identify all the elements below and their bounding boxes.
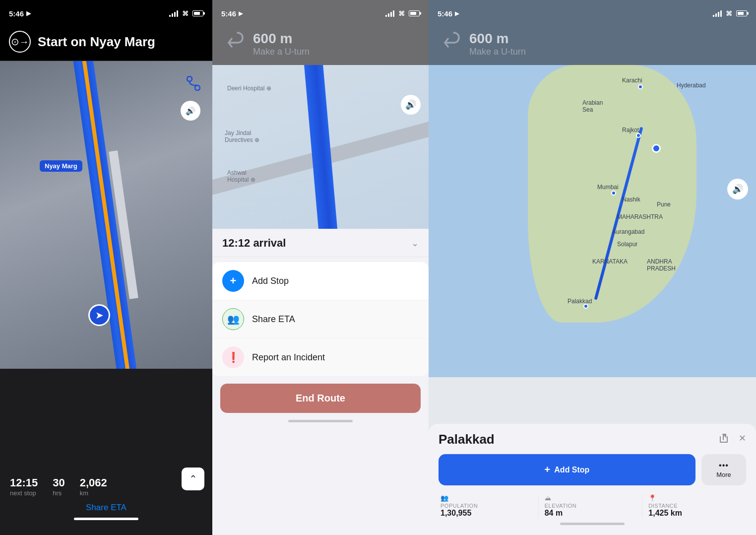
time-panel2: 5:46 bbox=[221, 9, 236, 18]
population-label: POPULATION bbox=[441, 503, 536, 509]
label-arabian-sea: ArabianSea bbox=[582, 99, 603, 113]
more-label: More bbox=[716, 471, 731, 478]
elevation-label: ELEVATION bbox=[545, 503, 640, 509]
chevron-up-icon: ⌃ bbox=[189, 473, 197, 485]
report-incident-menu-item[interactable]: ❗ Report an Incident bbox=[212, 338, 429, 377]
elevation-value: 84 m bbox=[545, 509, 640, 518]
nav-distance-panel2: 600 m bbox=[253, 31, 310, 47]
route-options-icon[interactable] bbox=[187, 76, 200, 94]
uturn-icon-p3 bbox=[438, 31, 462, 57]
city-label-rajkot: Rajkot bbox=[622, 127, 639, 134]
current-location-icon: ➤ bbox=[88, 304, 110, 326]
eta-value: 12:15 bbox=[10, 476, 38, 489]
speaker-icon: 🔊 bbox=[186, 106, 195, 116]
distance-stat: 📍 DISTANCE 1,425 km bbox=[642, 494, 746, 518]
population-icon: 👥 bbox=[441, 494, 536, 502]
eta-stat: 12:15 next stop bbox=[10, 476, 38, 497]
duration-label: hrs bbox=[53, 489, 64, 497]
distance-label: km bbox=[80, 489, 107, 497]
city-name: Palakkad bbox=[439, 432, 495, 447]
alert-icon: ❗ bbox=[227, 351, 240, 363]
nav-text-panel2: 600 m Make a U-turn bbox=[253, 31, 310, 57]
city-label-palakkad-map: Palakkad bbox=[567, 298, 592, 305]
map-poi-1: Deeri Hospital ⊕ bbox=[227, 85, 271, 92]
location-stats: 👥 POPULATION 1,30,955 ⛰ ELEVATION 84 m 📍… bbox=[439, 494, 746, 518]
wifi-icon-p2: ⌘ bbox=[398, 10, 405, 17]
status-bar-panel3: 5:46 ▶ ⌘ bbox=[429, 0, 756, 25]
battery-icon bbox=[192, 10, 203, 16]
city-label-mumbai: Mumbai bbox=[597, 184, 619, 191]
add-stop-label: Add Stop bbox=[252, 276, 289, 286]
status-bar-panel2: 5:46 ▶ ⌘ bbox=[212, 0, 429, 25]
home-indicator-panel3 bbox=[560, 523, 625, 525]
nav-distance-panel3: 600 m bbox=[469, 31, 526, 47]
plus-icon-p3: + bbox=[545, 464, 551, 475]
route-stats: 12:15 next stop 30 hrs 2,062 km bbox=[10, 476, 202, 497]
city-label-nashik: Nashik bbox=[622, 196, 640, 203]
map-poi-2: Jay JindalDurectives ⊕ bbox=[225, 130, 259, 143]
nav-header-panel3: 600 m Make a U-turn bbox=[429, 25, 756, 65]
report-incident-icon-wrap: ❗ bbox=[222, 346, 244, 368]
close-button[interactable]: ✕ bbox=[739, 433, 746, 447]
map-poi-3: AshwalHospital ⊕ bbox=[227, 169, 255, 183]
nav-header-panel1: ⊙→ Start on Nyay Marg bbox=[0, 25, 212, 61]
signal-icon bbox=[169, 10, 178, 17]
action-sheet: 12:12 arrival ⌄ + Add Stop 👥 Share ETA ❗… bbox=[212, 229, 429, 422]
home-indicator-panel2 bbox=[288, 420, 353, 422]
home-indicator-panel1 bbox=[74, 518, 138, 520]
report-incident-label: Report an Incident bbox=[252, 352, 325, 363]
label-andhra: ANDHRAPRADESH bbox=[647, 258, 676, 272]
action-buttons-row: + Add Stop ••• More bbox=[439, 454, 746, 485]
map-panel1[interactable]: Nyay Marg ➤ 🔊 bbox=[0, 61, 212, 369]
share-eta-link-panel1[interactable]: Share ETA bbox=[10, 503, 202, 513]
label-karnataka: KARNATAKA bbox=[592, 258, 628, 265]
population-value: 1,30,955 bbox=[441, 509, 536, 518]
population-stat: 👥 POPULATION 1,30,955 bbox=[439, 494, 538, 518]
wifi-icon: ⌘ bbox=[182, 10, 189, 17]
expand-button[interactable]: ⌃ bbox=[182, 468, 204, 490]
location-card: Palakkad ✕ + Add Stop ••• bbox=[429, 424, 756, 535]
map-panel2[interactable]: Deeri Hospital ⊕ Jay JindalDurectives ⊕ … bbox=[212, 65, 429, 229]
city-dot-rajkot bbox=[636, 133, 641, 138]
city-label-pune: Pune bbox=[657, 201, 671, 208]
battery-icon-p2 bbox=[409, 10, 420, 16]
add-stop-menu-item[interactable]: + Add Stop bbox=[212, 262, 429, 300]
eta-label: next stop bbox=[10, 489, 38, 497]
elevation-stat: ⛰ ELEVATION 84 m bbox=[538, 494, 642, 518]
nav-instruction-panel2: Make a U-turn bbox=[253, 47, 310, 57]
nav-bottom-bar: 12:15 next stop 30 hrs 2,062 km Share ET… bbox=[0, 468, 212, 535]
nav-text-panel3: 600 m Make a U-turn bbox=[469, 31, 526, 57]
status-bar-panel1: 5:46 ▶ ⌘ bbox=[0, 0, 212, 25]
label-maharashtra: MAHARASHTRA bbox=[617, 213, 663, 220]
distance-value: 2,062 bbox=[80, 476, 107, 489]
distance-icon: 📍 bbox=[648, 494, 744, 502]
arrival-time: 12:12 arrival bbox=[222, 237, 286, 250]
current-position-dot bbox=[652, 144, 661, 153]
distance-label-p3: DISTANCE bbox=[648, 503, 744, 509]
city-dot-palakkad bbox=[583, 304, 588, 309]
share-button[interactable] bbox=[718, 433, 729, 447]
share-eta-menu-item[interactable]: 👥 Share ETA bbox=[212, 300, 429, 338]
add-stop-label-p3: Add Stop bbox=[554, 466, 589, 474]
end-route-button[interactable]: End Route bbox=[220, 384, 421, 413]
duration-stat: 30 hrs bbox=[53, 476, 64, 497]
signal-icon-p2 bbox=[385, 10, 394, 17]
elevation-icon: ⛰ bbox=[545, 494, 640, 502]
more-button[interactable]: ••• More bbox=[701, 454, 746, 485]
direction-icon: ⊙→ bbox=[9, 31, 31, 53]
svg-point-1 bbox=[195, 85, 200, 90]
audio-button-p3[interactable]: 🔊 bbox=[727, 179, 748, 200]
nav-instruction-panel1: Start on Nyay Marg bbox=[38, 34, 155, 50]
wifi-icon-p3: ⌘ bbox=[726, 10, 732, 17]
duration-value: 30 bbox=[53, 476, 64, 489]
panel-menu: 5:46 ▶ ⌘ 600 m Make a U-turn bbox=[212, 0, 429, 535]
add-stop-button[interactable]: + Add Stop bbox=[439, 454, 695, 485]
audio-button-p2[interactable]: 🔊 bbox=[401, 95, 421, 115]
distance-stat: 2,062 km bbox=[80, 476, 107, 497]
road-label: Nyay Marg bbox=[40, 160, 82, 172]
sheet-header[interactable]: 12:12 arrival ⌄ bbox=[212, 229, 429, 257]
audio-button[interactable]: 🔊 bbox=[181, 101, 200, 121]
panel-overview: 5:46 ▶ ⌘ 600 m Make a U-turn bbox=[429, 0, 756, 535]
city-dot-karachi bbox=[638, 84, 643, 89]
card-actions: ✕ bbox=[718, 433, 746, 447]
